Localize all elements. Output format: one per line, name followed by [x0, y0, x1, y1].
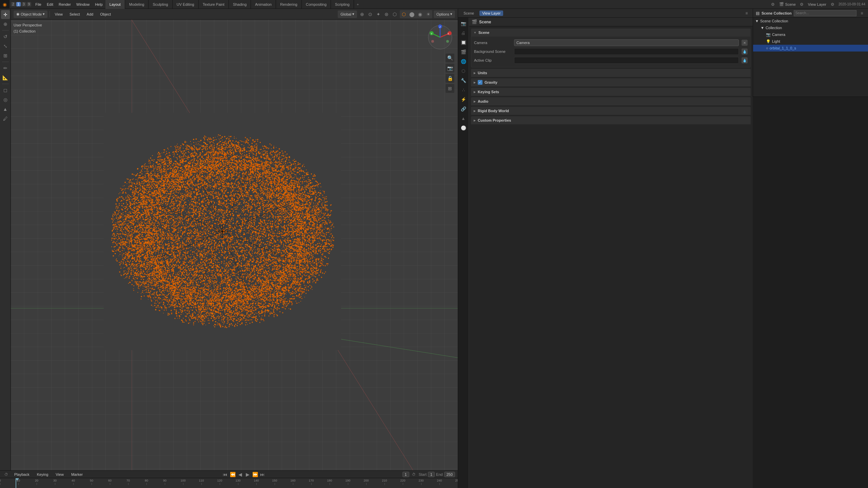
menu-edit[interactable]: Edit	[44, 0, 56, 9]
tab-sculpting[interactable]: Sculpting	[149, 0, 172, 9]
gravity-checkbox[interactable]: ✓	[478, 80, 482, 85]
outliner-filter[interactable]: ≡	[859, 10, 865, 17]
overlays-icon[interactable]: ⊛	[383, 11, 390, 18]
material-mode[interactable]: ◉	[416, 11, 424, 18]
prop-icon-view-layer[interactable]: 🔲	[459, 38, 468, 47]
active-clip-eyedropper[interactable]: 💧	[742, 57, 748, 63]
camera-icon[interactable]: 📷	[446, 64, 454, 73]
timeline-body[interactable]: 0102030405060708090100110120130140150160…	[0, 478, 458, 488]
top-icon-2[interactable]: ⚙	[798, 1, 805, 8]
timeline-keying[interactable]: Keying	[34, 471, 51, 478]
header-view[interactable]: View	[52, 9, 65, 20]
global-orientation[interactable]: Global ▾	[338, 11, 357, 18]
play-btn[interactable]: ▶	[244, 471, 251, 478]
gravity-section-header[interactable]: ✓ Gravity	[471, 78, 751, 86]
ver-1[interactable]: 2	[11, 2, 16, 6]
outliner-collection[interactable]: ▼ Collection	[753, 24, 868, 31]
tab-shading[interactable]: Shading	[229, 0, 251, 9]
proportional-edit-icon[interactable]: ⊙	[367, 11, 374, 18]
tab-animation[interactable]: Animation	[251, 0, 276, 9]
prop-icon-render[interactable]: 📷	[459, 19, 468, 28]
tab-modeling[interactable]: Modeling	[125, 0, 149, 9]
prop-icon-material[interactable]: ⚪	[459, 123, 468, 132]
tool-add-primitive[interactable]: ◻	[1, 86, 10, 95]
prop-icon-modifier[interactable]: 🔧	[459, 76, 468, 85]
menu-window[interactable]: Window	[74, 0, 92, 9]
outliner-scene-collection[interactable]: ▼ Scene Collection	[753, 18, 868, 24]
lock-icon[interactable]: 🔒	[446, 74, 454, 83]
add-workspace-button[interactable]: +	[354, 2, 361, 6]
tool-rotate[interactable]: ↺	[1, 32, 10, 41]
prop-icon-world[interactable]: 🌐	[459, 57, 468, 66]
scene-section-header[interactable]: Scene	[471, 28, 751, 37]
active-clip-value[interactable]	[514, 57, 739, 64]
top-icon-1[interactable]: ⚙	[770, 1, 776, 8]
snap-icon[interactable]: ⊕	[358, 11, 366, 18]
ver-2[interactable]: 1	[16, 2, 21, 6]
current-frame[interactable]: 1	[402, 472, 409, 477]
tab-scripting[interactable]: Scripting	[331, 0, 354, 9]
ver-3[interactable]: 3	[21, 2, 26, 6]
prop-icon-constraints[interactable]: 🔗	[459, 104, 468, 113]
outliner-search[interactable]	[794, 10, 856, 16]
tab-compositing[interactable]: Compositing	[302, 0, 331, 9]
prop-icon-output[interactable]: 🖨	[459, 28, 468, 37]
audio-section-header[interactable]: Audio	[471, 97, 751, 105]
tool-7[interactable]: 🖊	[1, 114, 10, 123]
prop-icon-physics[interactable]: ⚡	[459, 95, 468, 104]
tool-measure[interactable]: 📐	[1, 73, 10, 82]
tool-move[interactable]: ⊕	[1, 20, 10, 28]
view-layer-tab[interactable]: View Layer	[479, 11, 503, 16]
outliner-orbital[interactable]: ○ orbital_1_1_0_s	[753, 45, 868, 52]
tool-annotate[interactable]: ✏	[1, 64, 10, 73]
scene-tab[interactable]: Scene	[461, 11, 477, 16]
zoom-in-icon[interactable]: 🔍	[446, 54, 454, 62]
tab-texture-paint[interactable]: Texture Paint	[199, 0, 229, 9]
rigid-body-world-header[interactable]: Rigid Body World	[471, 107, 751, 115]
step-forward-btn[interactable]: ⏩	[252, 471, 258, 478]
camera-x-btn[interactable]: ✕	[742, 40, 748, 46]
units-section-header[interactable]: Units	[471, 69, 751, 77]
scene-name[interactable]: Scene	[785, 2, 796, 6]
prop-icon-scene[interactable]: 🎬	[459, 47, 468, 56]
grid-icon[interactable]: ⊞	[446, 84, 454, 93]
background-scene-value[interactable]	[514, 48, 739, 55]
menu-file[interactable]: File	[33, 0, 44, 9]
camera-value[interactable]: Camera	[514, 39, 739, 46]
solid-mode[interactable]: ⬤	[408, 11, 416, 18]
timeline-marker[interactable]: Marker	[68, 471, 85, 478]
show-gizmo-icon[interactable]: ✦	[375, 11, 382, 18]
prop-icon-object[interactable]: ⬡	[459, 66, 468, 75]
tool-scale[interactable]: ⤡	[1, 42, 10, 50]
xray-icon[interactable]: ⬡	[391, 11, 398, 18]
tool-cursor[interactable]: ✛	[1, 10, 10, 19]
header-add[interactable]: Add	[84, 9, 96, 20]
tab-rendering[interactable]: Rendering	[276, 0, 302, 9]
outliner-camera[interactable]: 📷 Camera	[753, 31, 868, 38]
tool-transform[interactable]: ⊞	[1, 51, 10, 60]
tool-5[interactable]: ◎	[1, 95, 10, 104]
ver-4[interactable]: 9	[27, 2, 32, 6]
end-frame[interactable]: 250	[444, 472, 455, 477]
top-icon-3[interactable]: ⚙	[829, 1, 836, 8]
options-button[interactable]: Options ▾	[434, 11, 455, 18]
outliner-light[interactable]: 💡 Light	[753, 38, 868, 45]
prop-icon-object-data[interactable]: ▲	[459, 114, 468, 123]
header-object[interactable]: Object	[97, 9, 114, 20]
filter-icon[interactable]: ≡	[743, 10, 750, 17]
custom-props-header[interactable]: Custom Properties	[471, 116, 751, 124]
mode-selector[interactable]: ◉ Object Mode ▾	[14, 11, 47, 18]
step-back-btn[interactable]: ⏪	[229, 471, 236, 478]
prop-icon-particles[interactable]: ∴	[459, 85, 468, 94]
background-scene-eyedropper[interactable]: 💧	[742, 48, 748, 55]
navigation-gizmo[interactable]: X Y Z	[427, 24, 454, 51]
tab-layout[interactable]: Layout	[105, 0, 125, 9]
rendered-mode[interactable]: ☀	[425, 11, 432, 18]
tab-uv-editing[interactable]: UV Editing	[173, 0, 199, 9]
start-frame[interactable]: 1	[428, 472, 435, 477]
menu-help[interactable]: Help	[92, 0, 105, 9]
wireframe-mode[interactable]: ⬡	[400, 11, 408, 18]
jump-start-btn[interactable]: ⏮	[222, 471, 229, 478]
menu-render[interactable]: Render	[56, 0, 74, 9]
timeline-view[interactable]: View	[53, 471, 66, 478]
